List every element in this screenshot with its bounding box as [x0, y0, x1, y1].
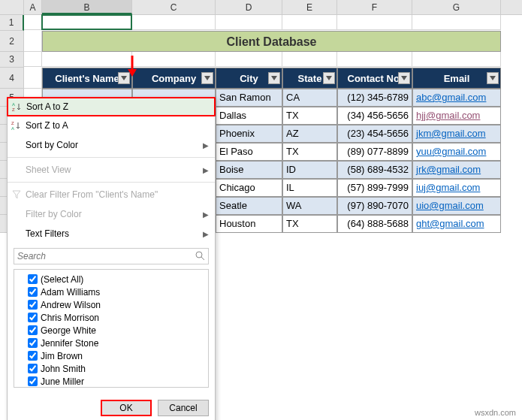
cell-city[interactable]: Dallas [216, 107, 282, 125]
cancel-button[interactable]: Cancel [158, 400, 209, 416]
menu-sort-za[interactable]: ZA Sort Z to A [8, 116, 215, 135]
header-contact[interactable]: Contact No. [337, 68, 412, 89]
col-header-b[interactable]: B [42, 0, 132, 14]
cell[interactable] [24, 68, 42, 89]
cell-email[interactable]: hjj@gmail.com [412, 107, 501, 125]
filter-check-item[interactable]: Adam Williams [17, 286, 205, 298]
filter-search-input[interactable] [17, 251, 195, 261]
cell[interactable] [24, 31, 42, 52]
cell[interactable] [24, 52, 42, 67]
cell-contact[interactable]: (89) 077-8899 [337, 143, 412, 161]
filter-check-item[interactable]: John Smith [17, 362, 205, 375]
cell-email[interactable]: jkm@gmail.com [412, 125, 501, 143]
cell-city[interactable]: Houston [216, 215, 282, 233]
cell[interactable] [42, 52, 132, 67]
cell[interactable] [337, 15, 412, 30]
email-link[interactable]: iuj@gmail.com [416, 182, 480, 193]
email-link[interactable]: jkm@gmail.com [416, 128, 486, 139]
filter-check-item[interactable]: Jennifer Stone [17, 337, 205, 349]
cell-state[interactable]: IL [282, 179, 337, 197]
col-header-d[interactable]: D [216, 0, 282, 14]
row-header-2[interactable]: 2 [0, 31, 24, 52]
cell[interactable] [132, 52, 216, 67]
filter-checkbox[interactable] [28, 364, 38, 373]
cell-city[interactable]: Boise [216, 161, 282, 179]
email-link[interactable]: uio@gmail.com [416, 200, 484, 211]
filter-button-state[interactable] [323, 72, 335, 84]
header-email[interactable]: Email [412, 68, 501, 89]
filter-check-item[interactable]: George White [17, 324, 205, 337]
cell-city[interactable]: Phoenix [216, 125, 282, 143]
cell-contact[interactable]: (34) 456-5656 [337, 107, 412, 125]
filter-checkbox[interactable] [28, 274, 38, 284]
filter-button-contact[interactable] [398, 72, 410, 84]
cell[interactable] [132, 15, 216, 30]
cell-contact[interactable]: (97) 890-7070 [337, 197, 412, 215]
col-header-a[interactable]: A [24, 0, 42, 14]
filter-check-item[interactable]: Chris Morrison [17, 311, 205, 324]
email-link[interactable]: hjj@gmail.com [416, 110, 480, 121]
filter-button-company[interactable] [201, 72, 213, 84]
cell[interactable] [216, 52, 282, 67]
col-header-e[interactable]: E [282, 0, 337, 14]
cell[interactable] [24, 15, 42, 30]
select-all-corner[interactable] [0, 0, 24, 14]
cell[interactable] [216, 15, 282, 30]
cell[interactable] [337, 52, 412, 67]
cell-email[interactable]: iuj@gmail.com [412, 179, 501, 197]
filter-check-item[interactable]: June Miller [17, 375, 205, 388]
cell[interactable] [282, 52, 337, 67]
header-company[interactable]: Company [132, 68, 216, 89]
cell-state[interactable]: TX [282, 215, 337, 233]
cell-email[interactable]: abc@gmail.com [412, 89, 501, 107]
filter-check-item[interactable]: (Select All) [17, 273, 205, 286]
cell-contact[interactable]: (58) 689-4532 [337, 161, 412, 179]
filter-checkbox[interactable] [28, 376, 38, 386]
col-header-c[interactable]: C [132, 0, 216, 14]
filter-checklist[interactable]: (Select All)Adam WilliamsAndrew WilsonCh… [14, 269, 209, 388]
filter-checkbox[interactable] [28, 338, 38, 348]
title-cell[interactable]: Client Database [42, 31, 501, 52]
cell-city[interactable]: El Paso [216, 143, 282, 161]
header-state[interactable]: State [282, 68, 337, 89]
col-header-g[interactable]: G [412, 0, 501, 14]
filter-checkbox[interactable] [28, 325, 38, 335]
cell-email[interactable]: jrk@gmail.com [412, 161, 501, 179]
cell-email[interactable]: yuu@gmail.com [412, 143, 501, 161]
row-header-3[interactable]: 3 [0, 52, 24, 68]
row-header-4[interactable]: 4 [0, 68, 24, 89]
email-link[interactable]: yuu@gmail.com [416, 146, 486, 157]
email-link[interactable]: ght@gmail.com [416, 218, 484, 229]
col-header-f[interactable]: F [337, 0, 412, 14]
menu-sort-color[interactable]: Sort by Color ▶ [8, 135, 215, 155]
email-link[interactable]: abc@gmail.com [416, 92, 486, 103]
cell-city[interactable]: Chicago [216, 179, 282, 197]
filter-checkbox[interactable] [28, 351, 38, 361]
cell[interactable] [412, 15, 501, 30]
cell[interactable] [42, 15, 132, 30]
header-clients-name[interactable]: Client's Name [42, 68, 132, 89]
filter-button-email[interactable] [487, 72, 499, 84]
filter-button-city[interactable] [268, 72, 280, 84]
cell-contact[interactable]: (23) 454-5656 [337, 125, 412, 143]
row-header-1[interactable]: 1 [0, 15, 24, 31]
cell[interactable] [282, 15, 337, 30]
filter-checkbox[interactable] [28, 313, 38, 322]
cell-contact[interactable]: (12) 345-6789 [337, 89, 412, 107]
menu-text-filters[interactable]: Text Filters ▶ [8, 224, 215, 243]
cell-state[interactable]: AZ [282, 125, 337, 143]
cell[interactable] [412, 52, 501, 67]
cell-state[interactable]: WA [282, 197, 337, 215]
filter-search-box[interactable] [14, 248, 209, 264]
email-link[interactable]: jrk@gmail.com [416, 164, 481, 175]
cell-contact[interactable]: (64) 888-5688 [337, 215, 412, 233]
filter-checkbox[interactable] [28, 287, 38, 297]
cell-city[interactable]: Seatle [216, 197, 282, 215]
cell-email[interactable]: ght@gmail.com [412, 215, 501, 233]
cell-city[interactable]: San Ramon [216, 89, 282, 107]
menu-sort-az[interactable]: AZ Sort A to Z [7, 97, 216, 116]
filter-check-item[interactable]: Andrew Wilson [17, 298, 205, 311]
filter-checkbox[interactable] [28, 300, 38, 310]
ok-button[interactable]: OK [101, 400, 152, 416]
filter-check-item[interactable]: Jim Brown [17, 349, 205, 362]
